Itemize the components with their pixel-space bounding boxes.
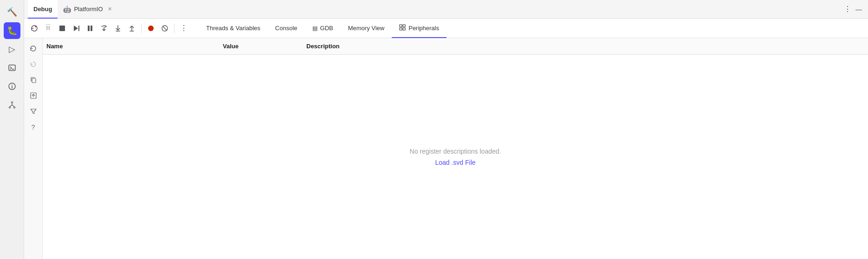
- panel-copy-button[interactable]: [27, 73, 40, 86]
- toolbar: R: [24, 19, 868, 38]
- tab-menu-button[interactable]: ⋮: [842, 4, 853, 15]
- panel-filter-button[interactable]: [27, 105, 40, 118]
- tab-platformio-label: PlatformIO: [74, 6, 103, 13]
- column-headers: Name Value Description: [43, 38, 868, 55]
- pause-button[interactable]: [84, 22, 97, 35]
- tab-peripherals[interactable]: Peripherals: [392, 19, 447, 38]
- sidebar-icon-fork[interactable]: [4, 97, 20, 113]
- svg-marker-32: [31, 109, 36, 114]
- tab-gdb[interactable]: ▤ GDB: [305, 19, 341, 38]
- panel-refresh-button[interactable]: [27, 42, 40, 55]
- sidebar-icon-bug[interactable]: 🐛: [4, 22, 20, 39]
- svg-rect-16: [91, 26, 92, 31]
- sidebar: 🔨 🐛 ▷: [0, 0, 24, 259]
- tab-peripherals-label: Peripherals: [408, 25, 439, 32]
- tab-memory-view[interactable]: Memory View: [341, 19, 392, 38]
- svg-point-11: [35, 26, 37, 27]
- sidebar-icon-info[interactable]: [4, 78, 20, 95]
- toolbar-separator-2: [174, 24, 175, 33]
- info-svg-icon: [8, 82, 16, 91]
- more-options-button[interactable]: ⋮: [177, 22, 190, 35]
- stop-red-button[interactable]: [144, 22, 157, 35]
- window-minimize-button[interactable]: —: [853, 4, 864, 15]
- svg-rect-25: [400, 25, 402, 27]
- empty-message: No register descriptions loaded.: [410, 148, 501, 155]
- svg-rect-14: [78, 26, 79, 31]
- svg-point-6: [9, 107, 10, 108]
- tool-panel: ?: [24, 38, 43, 259]
- stop-button[interactable]: [56, 22, 69, 35]
- tab-platformio[interactable]: 🤖 PlatformIO ✕: [58, 0, 119, 19]
- col-header-description: Description: [306, 43, 864, 50]
- table-area: Name Value Description No register descr…: [43, 38, 868, 259]
- svg-line-9: [10, 105, 12, 107]
- svg-rect-26: [403, 25, 405, 27]
- clear-button[interactable]: [158, 22, 171, 35]
- tab-close-btn[interactable]: ✕: [106, 5, 114, 13]
- svg-rect-29: [32, 78, 36, 83]
- sidebar-icon-hammer[interactable]: 🔨: [4, 4, 20, 20]
- panel-export-button[interactable]: [27, 89, 40, 102]
- panel-help-button[interactable]: ?: [27, 121, 40, 134]
- gdb-icon: ▤: [312, 25, 317, 32]
- col-header-name: Name: [46, 43, 223, 50]
- sidebar-icon-play[interactable]: ▷: [4, 41, 20, 58]
- terminal-svg-icon: [8, 64, 16, 72]
- step-into-button[interactable]: [111, 22, 124, 35]
- empty-state: No register descriptions loaded. Load .s…: [43, 55, 868, 259]
- main-panel: Debug 🤖 PlatformIO ✕ ⋮ — R: [24, 0, 868, 259]
- fork-svg-icon: [8, 101, 16, 109]
- svg-marker-13: [74, 26, 78, 31]
- svg-rect-0: [9, 65, 15, 71]
- tab-gdb-label: GDB: [320, 25, 333, 32]
- svg-rect-28: [403, 28, 405, 30]
- tab-console-label: Console: [275, 25, 298, 32]
- svg-rect-12: [59, 26, 65, 31]
- panel-reload-button[interactable]: [27, 58, 40, 71]
- tab-threads-variables[interactable]: Threads & Variables: [199, 19, 268, 38]
- svg-point-4: [12, 84, 13, 85]
- tab-memory-view-label: Memory View: [348, 25, 385, 32]
- tab-debug-label: Debug: [33, 6, 52, 13]
- sidebar-icon-terminal[interactable]: [4, 59, 20, 76]
- tab-threads-variables-label: Threads & Variables: [206, 25, 260, 32]
- svg-line-24: [163, 26, 167, 30]
- svg-line-10: [12, 105, 14, 107]
- nav-tabs: Threads & Variables Console ▤ GDB Memory…: [199, 19, 447, 38]
- continue-button[interactable]: [70, 22, 83, 35]
- peripherals-icon: [399, 24, 406, 32]
- svg-point-7: [13, 107, 15, 108]
- svg-point-22: [148, 26, 154, 31]
- toolbar-separator-1: [141, 24, 142, 33]
- step-out-button[interactable]: [125, 22, 138, 35]
- svg-rect-15: [88, 26, 90, 31]
- load-svd-link[interactable]: Load .svd File: [435, 159, 475, 166]
- tab-console[interactable]: Console: [268, 19, 305, 38]
- content-area: ? Name Value Description No register des…: [24, 38, 868, 259]
- step-over-button[interactable]: [97, 22, 110, 35]
- col-header-value: Value: [223, 43, 306, 50]
- platformio-emoji: 🤖: [63, 6, 71, 13]
- tab-debug[interactable]: Debug: [28, 0, 58, 19]
- svg-rect-27: [400, 28, 402, 30]
- restart-debug-button[interactable]: [28, 22, 41, 35]
- r-button[interactable]: R: [42, 22, 55, 35]
- tab-bar: Debug 🤖 PlatformIO ✕ ⋮ —: [24, 0, 868, 19]
- svg-point-5: [11, 102, 13, 103]
